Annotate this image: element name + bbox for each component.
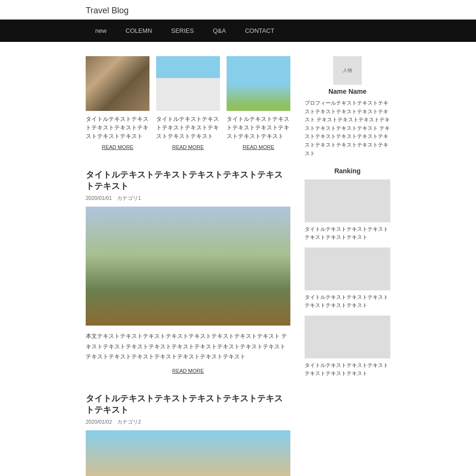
article-image-0	[86, 207, 290, 326]
main-wrapper: タイトルテキストテキストテキストテキストテキストテキストテキストREAD MOR…	[0, 42, 476, 476]
featured-card-readmore-2[interactable]: READ MORE	[227, 144, 290, 150]
featured-row: タイトルテキストテキストテキストテキストテキストテキストテキストREAD MOR…	[86, 56, 290, 150]
featured-card-image-0	[86, 56, 149, 111]
ranking-title-0: タイトルテキストテキストテキストテキストテキストテキスト	[305, 225, 390, 241]
article-1: タイトルテキストテキストテキストテキストテキストテキスト2020/01/02 カ…	[86, 393, 290, 476]
article-body-0: 本文テキストテキストテキストテキストテキストテキストテキストテキスト テキストテ…	[86, 331, 290, 362]
nav-item-series[interactable]: SERIES	[161, 20, 203, 42]
featured-card-title-2: タイトルテキストテキストテキストテキストテキストテキストテキスト	[227, 115, 290, 140]
article-title-1: タイトルテキストテキストテキストテキストテキストテキスト	[86, 393, 290, 416]
featured-card-2: タイトルテキストテキストテキストテキストテキストテキストテキストREAD MOR…	[227, 56, 290, 150]
sidebar-bio: プロフィールテキストテキストテキストテキストテキストテキストテキスト テキストテ…	[305, 99, 390, 158]
featured-card-readmore-1[interactable]: READ MORE	[156, 144, 220, 150]
article-meta-0: 2020/01/01 カテゴリ1	[86, 195, 290, 202]
ranking-image-2	[305, 316, 390, 358]
ranking-title-2: タイトルテキストテキストテキストテキストテキストテキスト	[305, 361, 390, 377]
nav-item-new[interactable]: new	[86, 20, 116, 42]
articles-container: タイトルテキストテキストテキストテキストテキストテキスト2020/01/01 カ…	[86, 169, 290, 476]
ranking-image-0	[305, 179, 390, 222]
ranking-title-1: タイトルテキストテキストテキストテキストテキストテキスト	[305, 293, 390, 309]
content-area: タイトルテキストテキストテキストテキストテキストテキストテキストREAD MOR…	[86, 56, 290, 476]
featured-card-title-0: タイトルテキストテキストテキストテキストテキストテキストテキスト	[86, 115, 149, 140]
avatar: 人物	[333, 56, 362, 85]
featured-card-0: タイトルテキストテキストテキストテキストテキストテキストテキストREAD MOR…	[86, 56, 149, 150]
site-header: Travel Blog	[0, 0, 476, 20]
ranking-item-2: タイトルテキストテキストテキストテキストテキストテキスト	[305, 316, 390, 377]
sidebar-name: Name Name	[305, 88, 390, 95]
article-0: タイトルテキストテキストテキストテキストテキストテキスト2020/01/01 カ…	[86, 169, 290, 374]
nav-item-qa[interactable]: Q&A	[203, 20, 235, 42]
article-title-0: タイトルテキストテキストテキストテキストテキストテキスト	[86, 169, 290, 192]
site-title: Travel Blog	[86, 6, 476, 16]
sidebar: 人物 Name Name プロフィールテキストテキストテキストテキストテキストテ…	[305, 56, 390, 476]
nav-bar: newCOLEMNSERIESQ&ACONTACT	[0, 20, 476, 42]
nav-item-colemn[interactable]: COLEMN	[116, 20, 162, 42]
ranking-item-1: タイトルテキストテキストテキストテキストテキストテキスト	[305, 248, 390, 309]
ranking-item-0: タイトルテキストテキストテキストテキストテキストテキスト	[305, 179, 390, 241]
featured-card-title-1: タイトルテキストテキストテキストテキストテキストテキストテキスト	[156, 115, 220, 140]
featured-card-readmore-0[interactable]: READ MORE	[86, 144, 149, 150]
article-meta-1: 2020/01/02 カテゴリ2	[86, 418, 290, 426]
featured-card-image-2	[227, 56, 290, 111]
featured-card-image-1	[156, 56, 220, 111]
article-readmore-0[interactable]: READ MORE	[86, 368, 290, 374]
featured-card-1: タイトルテキストテキストテキストテキストテキストテキストテキストREAD MOR…	[156, 56, 220, 150]
avatar-label: 人物	[343, 67, 352, 74]
ranking-list: タイトルテキストテキストテキストテキストテキストテキストタイトルテキストテキスト…	[305, 179, 390, 377]
ranking-title: Ranking	[305, 167, 390, 175]
ranking-image-1	[305, 248, 390, 290]
nav-item-contact[interactable]: CONTACT	[236, 20, 284, 42]
article-image-1	[86, 430, 290, 476]
